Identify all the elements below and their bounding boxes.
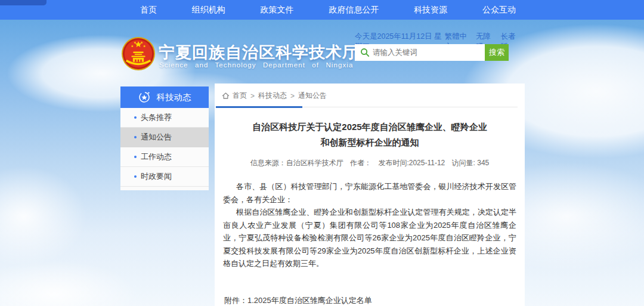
- nav-item-gov-info[interactable]: 政府信息公开: [329, 5, 379, 16]
- article-paragraph: 各市、县（区）科技管理部门，宁东能源化工基地管委会，银川经济技术开发区管委会，各…: [223, 180, 516, 206]
- site-subtitle: Science and Technology Department of Nin…: [159, 61, 353, 69]
- main-content-panel: 首页 > 科技动态 > 通知公告 自治区科技厅关于认定2025年度自治区雏鹰企业…: [215, 84, 525, 306]
- breadcrumb-current: 通知公告: [298, 91, 327, 101]
- site-title: 宁夏回族自治区科学技术厅: [159, 42, 359, 63]
- nav-item-policy[interactable]: 政策文件: [261, 5, 294, 16]
- national-emblem-logo[interactable]: [121, 36, 156, 71]
- bullet-icon: [134, 156, 137, 158]
- article-meta: 信息来源：自治区科学技术厅 作者： 发布时间:2025-11-12 访问量: 3…: [215, 158, 525, 168]
- sidebar-header: 科技动态: [120, 86, 209, 108]
- search-input[interactable]: [373, 44, 483, 61]
- breadcrumb-tech-news[interactable]: 科技动态: [258, 91, 287, 101]
- sidebar-item-label: 时政要闻: [141, 171, 172, 182]
- attachments-block: 附件： 1.2025年度自治区雏鹰企业认定名单 2.2025年度自治区瞪羚企业认…: [224, 295, 525, 306]
- breadcrumb-home[interactable]: 首页: [233, 91, 247, 101]
- sidebar-item-notices[interactable]: 通知公告: [120, 128, 209, 147]
- search-button[interactable]: 搜索: [485, 44, 509, 61]
- sidebar-item-label: 工作动态: [141, 152, 172, 162]
- sidebar: 科技动态 头条推荐 通知公告 工作动态 时政要闻: [120, 86, 209, 190]
- attachments-label: 附件：: [224, 295, 247, 306]
- search-bar: 搜索: [355, 44, 509, 61]
- sidebar-title: 科技动态: [157, 92, 191, 103]
- sidebar-item-label: 通知公告: [141, 132, 172, 143]
- top-left-tab: [0, 0, 47, 5]
- sidebar-item-label: 头条推荐: [141, 112, 172, 123]
- breadcrumb-separator: >: [250, 92, 255, 100]
- bullet-icon: [134, 136, 137, 138]
- article-title: 自治区科技厅关于认定2025年度自治区雏鹰企业、瞪羚企业和创新型标杆企业的通知: [249, 119, 490, 150]
- breadcrumb: 首页 > 科技动态 > 通知公告: [215, 84, 525, 101]
- nav-item-home[interactable]: 首页: [140, 5, 157, 16]
- meta-source: 信息来源：自治区科学技术厅: [250, 159, 343, 167]
- meta-published: 发布时间:2025-11-12: [378, 159, 445, 167]
- sidebar-item-work-trends[interactable]: 工作动态: [120, 147, 209, 167]
- sidebar-item-headlines[interactable]: 头条推荐: [120, 108, 209, 128]
- article-paragraph: 根据自治区雏鹰企业、瞪羚企业和创新型标杆企业认定管理有关规定，决定认定半亩良人农…: [223, 206, 516, 270]
- bullet-icon: [134, 116, 137, 119]
- circled-star-icon: [138, 91, 150, 103]
- article-body: 各市、县（区）科技管理部门，宁东能源化工基地管委会，银川经济技术开发区管委会，各…: [215, 180, 525, 270]
- meta-author: 作者：: [350, 159, 371, 167]
- sidebar-item-current-affairs[interactable]: 时政要闻: [120, 167, 209, 187]
- nav-item-interaction[interactable]: 公众互动: [482, 5, 516, 16]
- emblem-icon: [121, 36, 156, 71]
- top-navigation: 首页 组织机构 政策文件 政府信息公开 科技资源 公众互动: [0, 0, 644, 20]
- search-icon: [360, 48, 370, 57]
- attachment-link-1[interactable]: 1.2025年度自治区雏鹰企业认定名单: [247, 295, 395, 306]
- nav-item-organization[interactable]: 组织机构: [192, 5, 225, 16]
- nav-item-resources[interactable]: 科技资源: [414, 5, 447, 16]
- bullet-icon: [134, 175, 137, 178]
- breadcrumb-separator: >: [290, 92, 295, 100]
- meta-views: 访问量: 345: [452, 159, 490, 167]
- breadcrumb-divider: [215, 106, 525, 108]
- home-icon: [222, 92, 230, 100]
